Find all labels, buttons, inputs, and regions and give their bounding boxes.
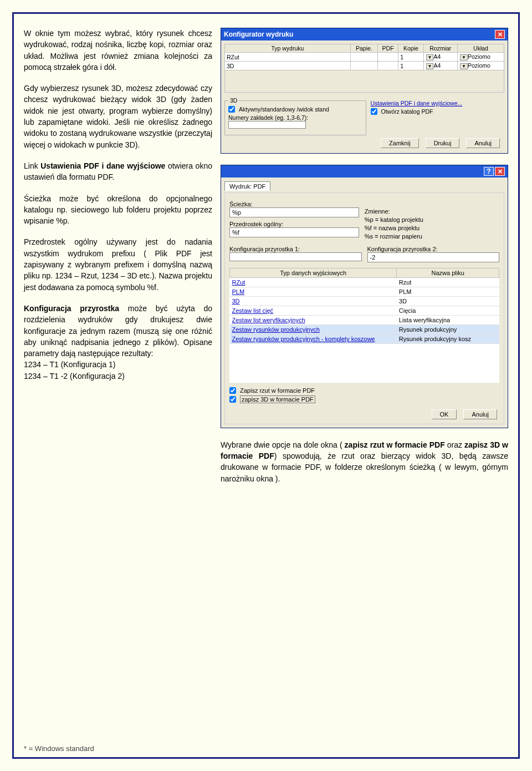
paragraph-4: Ścieżka może być określona do opcjonalne… (24, 193, 212, 227)
paragraph-5: Przedrostek ogólny używany jest do nadan… (24, 236, 212, 292)
table-row[interactable]: Zestaw rysunków produkcyjnych - komplety… (230, 334, 499, 344)
window-konfigurator: Konfigurator wydruku ✕ Typ wydruku Papie… (221, 28, 508, 154)
label-open-folder: Otwórz katalog PDF (381, 108, 433, 115)
group-3d: 3D Aktywny/standardowy /widok stand Nume… (224, 100, 366, 135)
cell-uklad[interactable]: ▼Poziomo (458, 62, 504, 70)
vars-1: %p = katalog projektu (365, 216, 499, 224)
label-save-3d: zapisz 3D w formacie PDF (240, 395, 315, 403)
rt-c: oraz (445, 440, 464, 449)
cell-papie[interactable] (350, 62, 377, 70)
cell-uklad[interactable]: ▼Poziomo (458, 53, 504, 62)
link-pdf-settings[interactable]: Ustawienia PDF i dane wyjściowe... (371, 100, 463, 106)
cell-rozmiar[interactable]: ▼A4 (423, 53, 458, 62)
tab-pdf[interactable]: Wydruk: PDF (224, 181, 270, 191)
input-suf2[interactable]: -2 (367, 252, 500, 262)
left-column: W oknie tym możesz wybrać, który rysunek… (24, 28, 212, 744)
window-pdf-settings: ? ✕ Wydruk: PDF Ścieżka: %p (221, 165, 508, 428)
input-suf1[interactable] (229, 252, 362, 261)
label-bookmarks: Numery zakładek (eg. 1,3-6,7): (228, 114, 308, 121)
vars-2: %f = nazwa projektu (365, 224, 499, 232)
col-kopie: Kopie (398, 44, 423, 53)
checkbox-save-3d-pdf[interactable] (229, 396, 236, 403)
input-path[interactable]: %p (229, 207, 359, 217)
help-icon[interactable]: ? (484, 167, 494, 176)
titlebar-2: ? ✕ (221, 165, 508, 177)
close-button[interactable]: Zamknij (381, 138, 419, 148)
cell-kopie[interactable]: 1 (398, 53, 423, 62)
ok-button[interactable]: OK (432, 409, 457, 419)
checkbox-open-folder[interactable] (371, 108, 377, 115)
col-typ: Typ wydruku (225, 44, 351, 53)
grid-empty-area (224, 70, 504, 93)
chevron-down-icon[interactable]: ▼ (426, 54, 434, 60)
p3-b: Ustawienia PDF i dane wyjściowe (40, 161, 165, 170)
col-papie: Papie. (350, 44, 377, 53)
rt-b: zapisz rzut w formacie PDF (345, 440, 445, 449)
titlebar-1-text: Konfigurator wydruku (224, 31, 293, 38)
label-path: Ścieżka: (229, 201, 359, 207)
win2-body: Wydruk: PDF Ścieżka: %p Przedrostek ogól… (221, 177, 508, 428)
table-row[interactable]: RZut 1 ▼A4 ▼Poziomo (225, 53, 504, 62)
label-suf1: Konfiguracja przyrostka 1: (229, 246, 362, 252)
p6-c: 1234 – T1 (Konfiguracja 1) (24, 360, 116, 369)
table-row[interactable]: Zestaw list weryfikacyjnychLista weryfik… (230, 316, 499, 325)
output-type-grid: Typ danych wyjściowych Nazwa pliku RZutR… (229, 268, 499, 383)
chevron-down-icon[interactable]: ▼ (460, 54, 468, 60)
input-bookmarks[interactable] (228, 121, 306, 129)
print-button[interactable]: Drukuj (426, 138, 460, 148)
chevron-down-icon[interactable]: ▼ (460, 63, 468, 69)
cell-typ: 3D (225, 62, 351, 70)
col-name: Nazwa pliku (397, 268, 499, 278)
cell-typ: RZut (225, 53, 351, 62)
cell-pdf[interactable] (377, 53, 398, 62)
grid-empty-area (230, 344, 499, 383)
cell-pdf[interactable] (377, 62, 398, 70)
cell-rozmiar[interactable]: ▼A4 (423, 62, 458, 70)
print-grid: Typ wydruku Papie. PDF Kopie Rozmiar Ukł… (224, 44, 504, 70)
win1-body: Typ wydruku Papie. PDF Kopie Rozmiar Ukł… (221, 40, 508, 153)
cancel-button[interactable]: Anuluj (463, 409, 497, 419)
cancel-button[interactable]: Anuluj (466, 138, 500, 148)
chevron-down-icon[interactable]: ▼ (426, 63, 434, 69)
label-save-rzut: Zapisz rzut w formacie PDF (240, 387, 315, 394)
table-row[interactable]: PLMPLM (230, 287, 499, 297)
label-active: Aktywny/standardowy /widok stand (239, 106, 329, 113)
close-icon[interactable]: ✕ (495, 167, 505, 176)
label-prefix: Przedrostek ogólny: (229, 221, 359, 227)
p6-a: Konfiguracja przyrostka (24, 304, 119, 313)
grid-header-row: Typ wydruku Papie. PDF Kopie Rozmiar Ukł… (225, 44, 504, 53)
input-prefix[interactable]: %f (229, 227, 359, 237)
label-vars: Zmienne: (365, 207, 499, 216)
table-row[interactable]: RZutRzut (230, 278, 499, 287)
panel-pdf: Ścieżka: %p Przedrostek ogólny: %f Zmien… (224, 192, 504, 424)
tab-strip: Wydruk: PDF (224, 181, 504, 190)
close-icon[interactable]: ✕ (495, 30, 505, 39)
titlebar-1: Konfigurator wydruku ✕ (221, 28, 508, 40)
col-rozmiar: Rozmiar (423, 44, 458, 53)
page: W oknie tym możesz wybrać, który rysunek… (0, 0, 532, 771)
col-pdf: PDF (377, 44, 398, 53)
table-row[interactable]: 3D3D (230, 297, 499, 306)
content-row: W oknie tym możesz wybrać, który rysunek… (24, 28, 508, 744)
col-type: Typ danych wyjściowych (230, 268, 397, 278)
footnote: * = Windows standard (24, 744, 508, 753)
group-pdf-settings: Ustawienia PDF i dane wyjściowe... Otwór… (371, 96, 505, 116)
table-row[interactable]: 3D 1 ▼A4 ▼Poziomo (225, 62, 504, 70)
table-row[interactable]: Zestaw rysunków produkcyjnychRysunek pro… (230, 325, 499, 334)
paragraph-6: Konfiguracja przyrostka może być użyta d… (24, 303, 212, 382)
group-3d-label: 3D (228, 97, 239, 104)
vars-3: %s = rozmiar papieru (365, 232, 499, 241)
checkbox-active[interactable] (228, 106, 235, 113)
p6-d: 1234 – T1 -2 (Konfiguracja 2) (24, 372, 125, 381)
right-column: Konfigurator wydruku ✕ Typ wydruku Papie… (221, 28, 508, 744)
col-uklad: Układ (458, 44, 504, 53)
page-frame: W oknie tym możesz wybrać, który rysunek… (12, 12, 520, 759)
paragraph-3: Link Ustawienia PDF i dane wyjściowe otw… (24, 160, 212, 183)
save-checks: Zapisz rzut w formacie PDF zapisz 3D w f… (229, 387, 499, 403)
checkbox-save-rzut-pdf[interactable] (229, 387, 236, 394)
table-row[interactable]: Zestaw list cięćCięcia (230, 306, 499, 316)
grid2-header: Typ danych wyjściowych Nazwa pliku (230, 268, 499, 278)
cell-kopie[interactable]: 1 (398, 62, 423, 70)
p3-a: Link (24, 161, 40, 170)
cell-papie[interactable] (350, 53, 377, 62)
